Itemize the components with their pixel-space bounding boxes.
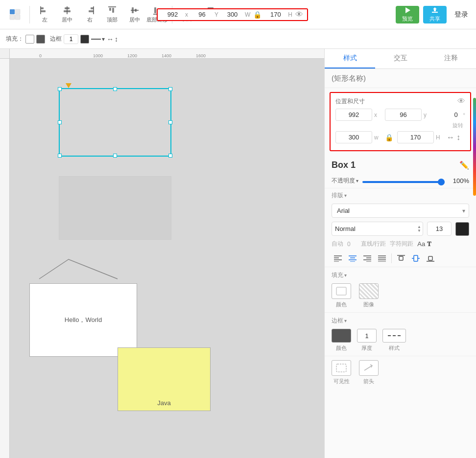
- preview-btn[interactable]: 预览: [396, 6, 419, 23]
- aa-bold-btn[interactable]: 𝐓: [427, 240, 431, 248]
- handle-top-left[interactable]: [58, 87, 62, 91]
- resize-h-icon[interactable]: ↔: [447, 133, 454, 142]
- pos-w-input[interactable]: 300: [335, 131, 372, 143]
- aa-normal-btn[interactable]: Aa: [417, 240, 425, 248]
- gray-box[interactable]: [59, 176, 171, 240]
- main-toolbar: 左 居中 右 顶部 居中 底部矩形 横向 垂直: [0, 0, 476, 29]
- border-color-swatch[interactable]: [80, 35, 89, 44]
- border-style-option[interactable]: 样式: [382, 329, 406, 352]
- handle-mid-left[interactable]: [58, 120, 62, 124]
- ruler-tick-1000: 1000: [93, 53, 103, 58]
- border-dash-icon[interactable]: ▾: [91, 36, 105, 43]
- x-group: 992 x: [335, 109, 381, 121]
- align-mid-btn[interactable]: 居中: [124, 2, 145, 27]
- selected-rectangle[interactable]: [59, 88, 171, 157]
- arrow-option[interactable]: 箭头: [359, 360, 379, 385]
- mountain-shape: [29, 254, 147, 281]
- tab-style[interactable]: 样式: [325, 49, 375, 69]
- opacity-slider[interactable]: [362, 181, 445, 183]
- pos-x-input[interactable]: 992: [335, 109, 372, 121]
- ruler-tick-1400: 1400: [162, 53, 171, 58]
- border-style-label: 样式: [389, 344, 400, 352]
- handle-top-mid[interactable]: [113, 87, 117, 91]
- x-input[interactable]: 992: [162, 11, 184, 18]
- fill-image-option[interactable]: 图像: [359, 283, 379, 308]
- align-top-btn[interactable]: 顶部: [101, 2, 123, 27]
- align-center-btn[interactable]: 居中: [56, 2, 78, 27]
- handle-bottom-mid[interactable]: [113, 154, 117, 158]
- sub-toolbar: 填充： 边框 1 ▾ ↔ ↕: [0, 29, 476, 49]
- fill-header: 填充 ▾: [332, 271, 469, 279]
- wh-lock-btn[interactable]: 🔒: [385, 134, 393, 141]
- fill-empty-swatch[interactable]: [25, 35, 34, 44]
- align-right-btn[interactable]: 右: [79, 2, 100, 27]
- align-group: 左 居中 右 顶部 居中 底部矩形: [34, 2, 168, 27]
- fill-chevron: ▾: [344, 273, 347, 278]
- handle-bottom-right[interactable]: [168, 154, 172, 158]
- share-btn[interactable]: 共享: [423, 6, 447, 23]
- align-left-btn[interactable]: 左: [34, 2, 55, 27]
- shape-name-input[interactable]: [332, 74, 469, 82]
- rotation-label: 旋转: [452, 122, 463, 129]
- h-field: 170 H: [264, 11, 292, 18]
- login-btn[interactable]: 登录: [451, 8, 472, 21]
- edit-name-icon[interactable]: ✏️: [459, 160, 469, 170]
- border-width-input[interactable]: 1: [64, 34, 78, 44]
- visibility-option[interactable]: 可见性: [332, 360, 351, 385]
- w-input[interactable]: 300: [221, 11, 243, 18]
- pos-visibility-icon[interactable]: 👁: [457, 97, 465, 106]
- border-color-option[interactable]: 颜色: [332, 329, 351, 352]
- text-align-right-btn[interactable]: [361, 252, 374, 265]
- ruler-tick-0: 0: [39, 53, 42, 58]
- valign-bottom-btn[interactable]: [424, 252, 437, 265]
- border-style-box: [382, 329, 406, 343]
- fill-image-icon: [359, 283, 379, 299]
- pos-y-input[interactable]: 96: [385, 109, 422, 121]
- handle-bottom-left[interactable]: [58, 154, 62, 158]
- text-align-center-btn[interactable]: [346, 252, 359, 265]
- java-box[interactable]: Java: [118, 347, 211, 411]
- canvas-content[interactable]: Hello，World Java: [10, 59, 324, 458]
- top-right-actions: 预览 共享 登录: [396, 6, 472, 23]
- fill-color-icon: [332, 283, 351, 299]
- svg-rect-54: [336, 364, 346, 372]
- valign-mid-btn[interactable]: [409, 252, 422, 265]
- h-input[interactable]: 170: [264, 11, 286, 18]
- font-size-input[interactable]: 13: [427, 222, 452, 236]
- tab-annotation[interactable]: 注释: [426, 49, 476, 69]
- aa-icons: Aa 𝐓: [417, 240, 431, 248]
- fill-color-swatch[interactable]: [36, 35, 45, 44]
- border-thickness-option[interactable]: 1 厚度: [357, 329, 377, 352]
- text-align-justify-btn[interactable]: [376, 252, 388, 265]
- visibility-icon[interactable]: 👁: [295, 10, 303, 19]
- font-family-select[interactable]: Arial Helvetica Times New Roman: [332, 204, 469, 218]
- resize-v-icon[interactable]: ↕: [456, 133, 460, 142]
- hello-world-box[interactable]: Hello，World: [29, 283, 137, 357]
- valign-top-btn[interactable]: [395, 252, 407, 265]
- pos-h-input[interactable]: 170: [397, 131, 434, 143]
- auto-row: 自动 0 直线/行距 字符间距 Aa 𝐓: [325, 238, 476, 250]
- fill-options: 颜色 图像: [332, 283, 469, 308]
- border-arrow-icon[interactable]: ↔ ↕: [107, 35, 118, 43]
- svg-rect-4: [41, 7, 44, 9]
- opacity-row: 不透明度 ▾ 100%: [325, 173, 476, 188]
- handle-top-right[interactable]: [168, 87, 172, 91]
- y-input[interactable]: 96: [191, 11, 213, 18]
- opacity-value: 100%: [449, 177, 469, 184]
- border-thickness-box: 1: [357, 329, 377, 343]
- svg-marker-28: [405, 7, 410, 13]
- box-name: Box 1: [332, 160, 356, 170]
- font-style-select[interactable]: Normal Bold Italic: [332, 222, 423, 236]
- text-align-left-btn[interactable]: [332, 252, 344, 265]
- tab-interaction[interactable]: 交互: [375, 49, 426, 69]
- font-color-swatch[interactable]: [455, 222, 469, 236]
- fill-section: 填充 ▾ 颜色 图像: [325, 267, 476, 312]
- handle-mid-right[interactable]: [168, 120, 172, 124]
- right-panel: 样式 交互 注释 位置和尺寸 👁 992 x 96 y: [324, 49, 476, 458]
- fill-color-option[interactable]: 颜色: [332, 283, 351, 308]
- svg-rect-11: [89, 10, 94, 12]
- fill-image-label: 图像: [363, 301, 374, 308]
- fill-color-label: 颜色: [336, 301, 347, 308]
- w-group: 300 w: [335, 131, 381, 143]
- app-logo[interactable]: [4, 2, 25, 27]
